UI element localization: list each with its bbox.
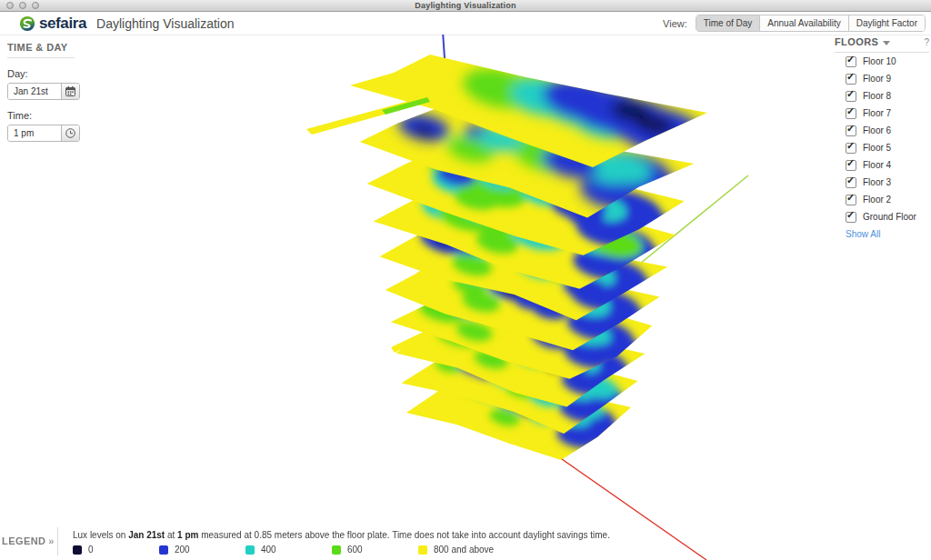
floor-label: Floor 4	[863, 160, 891, 170]
brand-name: sefaira	[39, 15, 86, 33]
day-input[interactable]	[8, 84, 61, 99]
floor-row: ✓Floor 7	[846, 108, 929, 118]
floor-checkbox[interactable]: ✓	[846, 91, 856, 102]
check-icon: ✓	[846, 140, 855, 152]
legend-description-text: Lux levels on	[73, 530, 128, 540]
divider	[7, 57, 75, 58]
check-icon: ✓	[846, 175, 855, 186]
help-button[interactable]: ?	[924, 37, 929, 47]
legend-color-swatch	[245, 545, 255, 555]
legend-description-text: at	[165, 530, 177, 540]
floor-checkbox[interactable]: ✓	[846, 125, 856, 136]
floor-label: Floor 6	[863, 125, 891, 135]
check-icon: ✓	[846, 157, 855, 169]
floor-label: Ground Floor	[863, 212, 916, 222]
legend-color-swatch	[418, 545, 427, 555]
divider	[57, 527, 58, 555]
floor-label: Floor 3	[863, 177, 891, 187]
floors-panel: FLOORS ? ✓Floor 10✓Floor 9✓Floor 8✓Floor…	[835, 36, 929, 239]
legend-item: 400	[245, 545, 332, 555]
floors-title: FLOORS	[835, 36, 878, 47]
day-label: Day:	[7, 68, 107, 79]
floor-label: Floor 2	[863, 195, 891, 205]
legend-item: 600	[332, 545, 418, 555]
legend-item-label: 400	[261, 545, 276, 555]
floor-label: Floor 9	[863, 74, 891, 84]
time-label: Time:	[7, 110, 107, 121]
chevron-down-icon	[883, 41, 890, 45]
legend-item-label: 800 and above	[434, 545, 494, 555]
check-icon: ✓	[846, 88, 855, 100]
page-title: Daylighting Visualization	[96, 16, 235, 31]
legend-item-label: 0	[88, 545, 94, 555]
brand-area: sefaira Daylighting Visualization	[0, 15, 235, 33]
floor-row: ✓Floor 3	[846, 177, 929, 187]
view-tab-time-of-day[interactable]: Time of Day	[696, 15, 761, 31]
legend-description-text: 1 pm	[177, 530, 198, 540]
floor-checkbox[interactable]: ✓	[846, 56, 856, 67]
floor-checkbox[interactable]: ✓	[846, 108, 856, 119]
day-input-group	[7, 83, 80, 100]
floor-checkbox[interactable]: ✓	[846, 177, 856, 188]
legend-bar: LEGEND » Lux levels on Jan 21st at 1 pm …	[0, 525, 931, 560]
check-icon: ✓	[846, 123, 855, 135]
floor-row: ✓Floor 9	[846, 74, 929, 84]
floor-label: Floor 10	[863, 56, 896, 66]
floor-row: ✓Floor 2	[846, 195, 929, 205]
legend-toggle-label: LEGEND	[2, 535, 45, 546]
floor-label: Floor 7	[863, 108, 891, 118]
floor-checkbox[interactable]: ✓	[846, 143, 856, 154]
floor-list: ✓Floor 10✓Floor 9✓Floor 8✓Floor 7✓Floor …	[835, 56, 929, 222]
legend-toggle-button[interactable]: LEGEND »	[0, 525, 56, 556]
daylight-3d-view[interactable]	[0, 35, 931, 560]
floors-header[interactable]: FLOORS ?	[835, 36, 929, 47]
time-day-panel-title: TIME & DAY	[7, 42, 107, 53]
view-tab-annual-availability[interactable]: Annual Availability	[760, 15, 848, 31]
floor-row: ✓Floor 6	[846, 125, 929, 135]
legend-swatch-row: 0200400600800 and above	[73, 545, 610, 555]
view-switcher: View: Time of DayAnnual AvailabilityDayl…	[663, 15, 926, 32]
floor-label: Floor 5	[863, 143, 891, 153]
legend-item-label: 600	[347, 545, 363, 555]
app-header: sefaira Daylighting Visualization View: …	[0, 12, 931, 35]
legend-color-swatch	[159, 545, 168, 555]
sefaira-logo-icon	[19, 15, 35, 32]
floor-label: Floor 8	[863, 91, 891, 101]
legend-color-swatch	[73, 545, 82, 555]
legend-item: 800 and above	[418, 545, 494, 555]
window-title: Daylighting Visualization	[0, 1, 931, 10]
floor-checkbox[interactable]: ✓	[846, 195, 856, 205]
check-icon: ✓	[846, 71, 855, 83]
floor-checkbox[interactable]: ✓	[846, 74, 856, 85]
floor-row: ✓Ground Floor	[846, 212, 929, 222]
legend-description-text: Jan 21st	[128, 530, 165, 540]
floor-row: ✓Floor 10	[846, 56, 929, 66]
chevron-right-icon: »	[48, 535, 55, 546]
time-input[interactable]	[8, 125, 61, 141]
calendar-button[interactable]	[61, 84, 79, 99]
legend-description: Lux levels on Jan 21st at 1 pm measured …	[73, 530, 610, 540]
view-label: View:	[663, 18, 687, 29]
legend-item: 200	[159, 545, 245, 555]
time-day-panel: TIME & DAY Day: Time:	[7, 42, 107, 142]
show-all-link[interactable]: Show All	[846, 229, 929, 239]
legend-color-swatch	[332, 545, 341, 555]
view-tab-daylight-factor[interactable]: Daylight Factor	[849, 15, 925, 31]
floor-row: ✓Floor 5	[846, 143, 929, 153]
legend-item: 0	[73, 545, 159, 555]
window-titlebar[interactable]: Daylighting Visualization	[0, 0, 931, 12]
floor-checkbox[interactable]: ✓	[846, 160, 856, 171]
legend-content: Lux levels on Jan 21st at 1 pm measured …	[73, 530, 610, 555]
check-icon: ✓	[846, 192, 855, 204]
calendar-icon	[65, 86, 75, 96]
legend-description-text: measured at 0.85 meters above the floor …	[198, 530, 609, 540]
legend-item-label: 200	[175, 545, 190, 555]
clock-button[interactable]	[61, 125, 79, 141]
time-input-group	[7, 125, 80, 142]
floor-row: ✓Floor 8	[846, 91, 929, 101]
floor-row: ✓Floor 4	[846, 160, 929, 170]
check-icon: ✓	[846, 209, 855, 221]
check-icon: ✓	[846, 105, 855, 117]
check-icon: ✓	[846, 54, 855, 65]
floor-checkbox[interactable]: ✓	[846, 212, 856, 223]
